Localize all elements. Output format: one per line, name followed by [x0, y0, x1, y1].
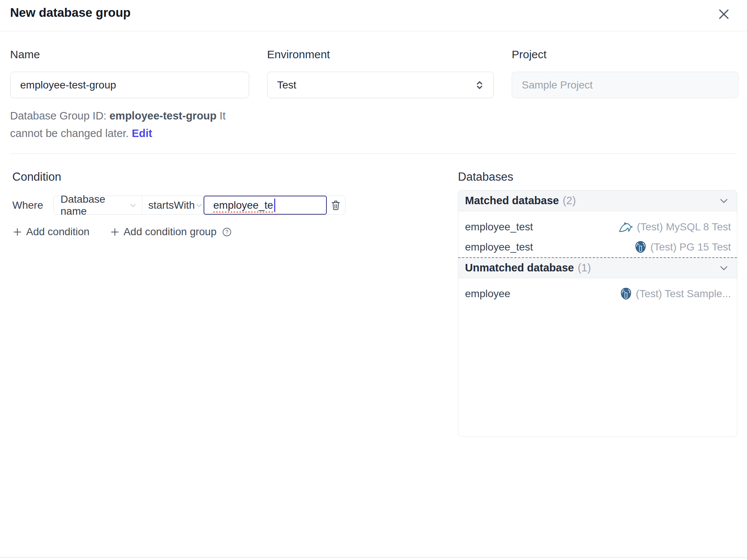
databases-heading: Databases — [458, 169, 737, 185]
form-fields-row: Name Database Group ID: employee-test-gr… — [10, 46, 738, 142]
condition-value-input[interactable]: employee_te — [204, 196, 327, 215]
help-icon[interactable]: ? — [222, 227, 232, 237]
condition-factor-dropdown[interactable]: Database name — [54, 196, 142, 214]
close-button[interactable] — [716, 6, 732, 22]
database-instance: (Test) MySQL 8 Test — [619, 221, 731, 233]
database-row: employee_test (Test) MySQL 8 Test — [458, 217, 737, 237]
text-cursor — [274, 199, 275, 212]
page-title: New database group — [10, 4, 131, 21]
environment-select[interactable]: Test — [267, 72, 494, 98]
chevron-down-icon — [718, 195, 729, 206]
add-condition-button[interactable]: Add condition — [12, 226, 90, 238]
postgresql-icon — [635, 241, 647, 253]
database-instance-label: (Test) MySQL 8 Test — [637, 221, 731, 233]
where-label: Where — [12, 199, 53, 211]
database-name: employee_test — [465, 241, 533, 253]
matched-database-rows: employee_test (Test) MySQL 8 Test employ… — [458, 211, 737, 257]
environment-field-group: Environment Test — [267, 46, 494, 142]
name-input[interactable] — [10, 72, 249, 98]
new-database-group-dialog: New database group Name Database Group I… — [0, 0, 747, 560]
chevron-down-icon — [128, 201, 137, 210]
chevron-down-icon — [195, 201, 204, 210]
database-instance-label: (Test) PG 15 Test — [650, 241, 731, 253]
condition-factor-value: Database name — [61, 193, 128, 217]
postgresql-icon — [620, 287, 632, 300]
unmatched-database-count: (1) — [578, 262, 591, 274]
dialog-header: New database group — [0, 0, 747, 31]
database-row: employee (Test) Test Sample... — [458, 284, 737, 304]
project-label: Project — [512, 46, 738, 63]
matched-database-header[interactable]: Matched database (2) — [458, 190, 737, 211]
dialog-footer-edge — [0, 557, 747, 558]
database-instance: (Test) PG 15 Test — [635, 241, 731, 253]
database-group-id-hint: Database Group ID: employee-test-group I… — [10, 107, 249, 142]
condition-operator-dropdown[interactable]: startsWith — [142, 196, 204, 214]
svg-text:?: ? — [225, 229, 228, 235]
close-icon — [717, 7, 731, 21]
databases-section: Databases Matched database (2) employee_… — [458, 169, 737, 437]
hint-prefix: Database Group ID: — [10, 110, 109, 122]
hint-group-id: employee-test-group — [109, 110, 217, 122]
add-condition-group-label: Add condition group — [124, 226, 217, 238]
unmatched-database-title: Unmatched database — [465, 262, 574, 274]
environment-selected-value: Test — [277, 79, 296, 91]
database-name: employee — [465, 288, 510, 300]
name-label: Name — [10, 46, 249, 63]
add-condition-group-button[interactable]: Add condition group ? — [110, 226, 232, 238]
name-field-group: Name Database Group ID: employee-test-gr… — [10, 46, 249, 142]
database-name: employee_test — [465, 221, 533, 233]
delete-condition-button[interactable] — [326, 196, 345, 214]
chevron-up-down-icon — [474, 80, 485, 91]
matched-database-count: (2) — [562, 195, 576, 207]
section-divider — [10, 153, 737, 154]
database-instance: (Test) Test Sample... — [620, 287, 731, 300]
condition-heading: Condition — [12, 169, 356, 185]
environment-label: Environment — [267, 46, 494, 63]
trash-icon — [331, 200, 341, 211]
unmatched-database-header[interactable]: Unmatched database (1) — [458, 257, 737, 278]
mysql-icon — [619, 221, 633, 233]
unmatched-database-rows: employee (Test) Test Sample... — [458, 278, 737, 304]
database-instance-label: (Test) Test Sample... — [636, 288, 731, 300]
condition-section: Condition Where Database name startsWith — [12, 169, 356, 238]
condition-operator-value: startsWith — [148, 199, 195, 211]
plus-icon — [110, 227, 120, 237]
matched-database-title: Matched database — [465, 195, 559, 207]
condition-row: Where Database name startsWith — [12, 196, 356, 215]
databases-panel: Matched database (2) employee_test — [458, 190, 737, 437]
database-row: employee_test (Test) PG 15 Test — [458, 237, 737, 257]
condition-value-text: employee_te — [213, 199, 273, 211]
condition-expression-group: Database name startsWith — [53, 196, 345, 215]
project-input — [512, 72, 738, 98]
chevron-down-icon — [718, 262, 729, 274]
condition-actions: Add condition Add condition group ? — [12, 226, 356, 238]
edit-id-link[interactable]: Edit — [132, 127, 152, 139]
add-condition-label: Add condition — [26, 226, 90, 238]
project-field-group: Project — [512, 46, 738, 142]
plus-icon — [12, 227, 22, 237]
